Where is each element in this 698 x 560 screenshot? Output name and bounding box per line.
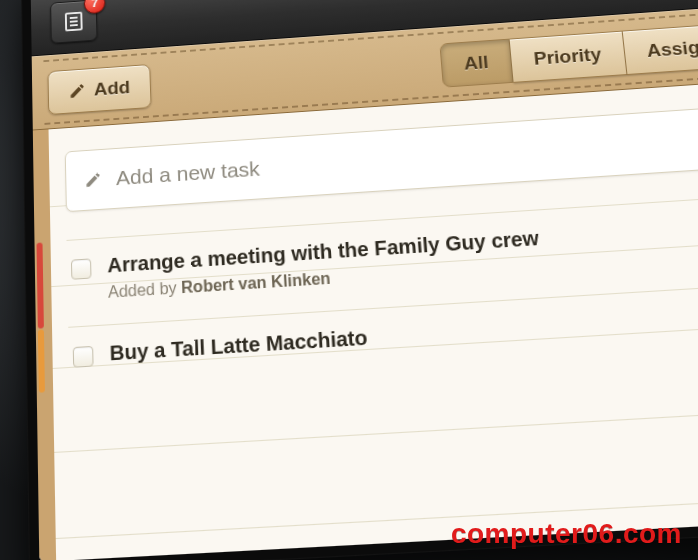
watermark-text: computer06.com (451, 518, 682, 550)
filter-all-label: All (463, 52, 489, 75)
filter-priority-label: Priority (533, 44, 603, 70)
filter-assignee-label: Assignee (646, 35, 698, 62)
task-list-area: Add a new task Arrange a meeting with th… (33, 79, 698, 560)
svg-line-2 (70, 21, 78, 22)
filter-priority[interactable]: Priority (510, 31, 627, 83)
notification-badge: 7 (84, 0, 106, 14)
compose-icon (84, 170, 102, 189)
add-button-label: Add (94, 77, 131, 100)
app-screen: 7 Activity Feed Add All (31, 0, 698, 560)
notes-button[interactable]: 7 (50, 0, 97, 43)
new-task-placeholder: Add a new task (116, 157, 261, 190)
task-added-by-label: Added by (108, 279, 182, 301)
filter-assignee[interactable]: Assignee (622, 21, 698, 75)
add-button[interactable]: Add (47, 64, 151, 115)
svg-line-3 (70, 24, 78, 25)
svg-line-1 (70, 17, 78, 18)
task-title: Buy a Tall Latte Macchiato (109, 326, 368, 366)
compose-icon (68, 82, 86, 100)
priority-strip (37, 242, 44, 328)
task-checkbox[interactable] (71, 258, 92, 279)
task-checkbox[interactable] (73, 346, 94, 368)
filter-all[interactable]: All (439, 39, 514, 88)
device-frame: 7 Activity Feed Add All (21, 0, 698, 560)
new-task-input[interactable]: Add a new task (65, 108, 698, 213)
task-added-by-name: Robert van Klinken (181, 270, 331, 297)
notepad-icon (62, 9, 86, 33)
priority-strip (38, 329, 45, 392)
filter-segmented-control: All Priority Assignee (439, 21, 698, 87)
